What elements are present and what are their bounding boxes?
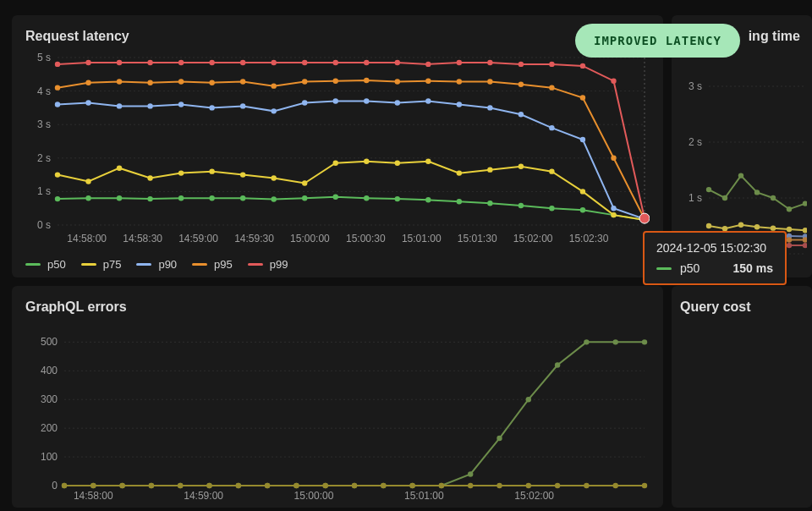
svg-point-84: [85, 80, 91, 85]
svg-point-74: [395, 100, 400, 105]
svg-point-138: [787, 206, 792, 212]
svg-point-211: [206, 483, 211, 488]
chart-request-latency[interactable]: 0 s1 s2 s3 s4 s5 s14:58:0014:58:3014:59:…: [25, 52, 650, 247]
svg-point-75: [425, 98, 431, 103]
svg-point-26: [147, 196, 152, 201]
svg-text:15:02:00: 15:02:00: [514, 490, 554, 502]
legend-swatch: [192, 263, 207, 266]
svg-point-206: [62, 483, 67, 488]
svg-point-95: [425, 79, 431, 84]
tooltip-value: 150 ms: [733, 261, 773, 275]
svg-point-36: [457, 199, 462, 204]
svg-point-145: [787, 227, 792, 232]
svg-point-216: [352, 483, 357, 488]
svg-point-40: [580, 207, 585, 212]
svg-point-123: [639, 213, 650, 223]
svg-point-219: [439, 483, 444, 488]
svg-text:0 s: 0 s: [37, 219, 51, 231]
svg-point-139: [803, 201, 807, 206]
svg-point-224: [584, 483, 589, 488]
legend-item-p99[interactable]: p99: [248, 258, 288, 271]
svg-point-105: [117, 60, 122, 65]
svg-point-54: [395, 161, 400, 166]
svg-point-88: [209, 80, 214, 85]
svg-point-85: [117, 79, 122, 84]
svg-point-111: [302, 60, 307, 65]
svg-point-209: [149, 483, 154, 488]
svg-point-140: [706, 223, 711, 228]
legend-item-p75[interactable]: p75: [81, 258, 122, 271]
svg-point-113: [364, 60, 369, 65]
svg-point-205: [642, 339, 647, 344]
svg-text:1 s: 1 s: [689, 192, 702, 204]
panel-query-cost: Query cost: [672, 286, 812, 508]
svg-point-143: [754, 224, 760, 229]
svg-point-56: [457, 170, 462, 175]
svg-point-159: [787, 237, 792, 242]
tooltip-date: 2024-12-05 15:02:30: [656, 241, 773, 255]
svg-text:15:00:00: 15:00:00: [294, 490, 334, 502]
svg-point-99: [549, 85, 554, 90]
svg-point-133: [706, 187, 711, 192]
svg-point-94: [395, 79, 400, 84]
svg-point-201: [526, 397, 531, 402]
legend-item-p90[interactable]: p90: [136, 258, 177, 271]
svg-point-52: [333, 161, 338, 166]
svg-point-137: [771, 195, 776, 201]
legend-swatch: [81, 263, 96, 266]
svg-point-199: [468, 471, 473, 476]
svg-point-57: [487, 167, 492, 172]
svg-text:400: 400: [41, 365, 58, 376]
svg-text:200: 200: [41, 422, 58, 434]
svg-point-114: [395, 60, 400, 65]
svg-text:5 s: 5 s: [37, 52, 51, 63]
svg-text:2 s: 2 s: [689, 136, 702, 148]
panel-request-latency: Request latency 0 s1 s2 s3 s4 s5 s14:58:…: [12, 15, 663, 277]
svg-point-81: [611, 206, 616, 211]
svg-point-44: [85, 179, 91, 184]
svg-point-217: [381, 483, 386, 488]
legend-item-p95[interactable]: p95: [192, 258, 233, 271]
svg-point-112: [333, 60, 338, 65]
svg-point-167: [803, 243, 807, 248]
legend-swatch: [248, 263, 263, 266]
svg-point-203: [584, 339, 589, 344]
svg-point-121: [611, 79, 616, 84]
svg-point-59: [549, 168, 554, 173]
panel-title-errors: GraphQL errors: [25, 299, 650, 315]
legend-label: p50: [47, 258, 66, 271]
svg-point-49: [240, 172, 245, 177]
legend-label: p90: [158, 258, 177, 271]
legend-label: p99: [270, 258, 288, 271]
svg-point-55: [425, 159, 431, 164]
svg-point-27: [178, 195, 184, 201]
svg-point-212: [236, 483, 241, 488]
svg-text:14:59:30: 14:59:30: [234, 233, 274, 245]
svg-point-72: [333, 98, 338, 103]
svg-text:3 s: 3 s: [37, 118, 51, 130]
legend-label: p75: [103, 258, 122, 271]
legend-item-p50[interactable]: p50: [25, 258, 66, 271]
svg-point-70: [271, 108, 276, 113]
svg-point-87: [178, 79, 184, 84]
svg-point-50: [271, 175, 276, 180]
svg-point-31: [302, 195, 307, 201]
svg-point-90: [271, 83, 276, 88]
svg-point-28: [209, 195, 214, 201]
svg-point-101: [611, 156, 616, 161]
svg-point-86: [147, 80, 152, 85]
svg-point-204: [613, 339, 618, 344]
svg-point-45: [117, 165, 122, 170]
svg-text:14:58:30: 14:58:30: [123, 233, 162, 245]
svg-point-207: [91, 483, 96, 488]
svg-point-37: [487, 201, 492, 206]
svg-point-80: [580, 137, 585, 142]
svg-point-79: [549, 125, 554, 130]
svg-point-63: [55, 102, 60, 107]
svg-point-222: [526, 483, 531, 488]
svg-point-89: [240, 79, 245, 84]
chart-graphql-errors[interactable]: 010020030040050014:58:0014:59:0015:00:00…: [25, 320, 650, 504]
svg-point-146: [803, 228, 807, 233]
svg-text:15:01:00: 15:01:00: [404, 490, 444, 502]
legend-latency: p50p75p90p95p99: [25, 258, 288, 271]
